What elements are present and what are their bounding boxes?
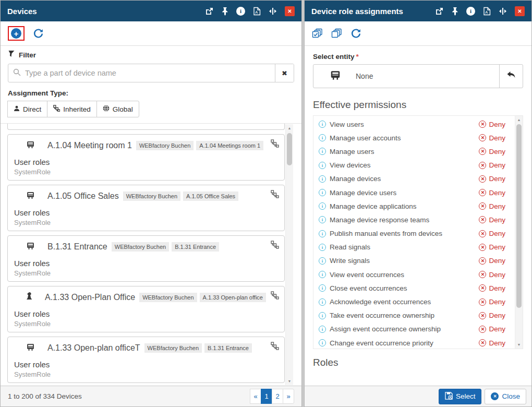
device-card[interactable]: A.1.04 Meeting room 1 WEBfactory BuchenA… — [7, 134, 285, 181]
info-icon[interactable]: i — [319, 244, 326, 251]
close-button[interactable]: ✕ Close — [485, 389, 526, 404]
hierarchy-icon[interactable] — [271, 291, 279, 302]
pdf-export-icon[interactable]: A — [253, 7, 261, 16]
device-cards: A.1.04 Meeting room 1 WEBfactory BuchenA… — [7, 134, 285, 383]
info-icon[interactable]: i — [319, 121, 326, 128]
device-card[interactable]: A.1.33 Open-Plan Office WEBfactory Buche… — [7, 286, 285, 332]
permission-status: ✕ Deny — [479, 257, 505, 265]
refresh-icon[interactable] — [350, 28, 361, 39]
permission-label: Assign event occurrence ownership — [330, 325, 441, 333]
page-button[interactable]: » — [283, 389, 294, 404]
undo-selection-button[interactable] — [499, 65, 523, 88]
split-columns-icon[interactable] — [499, 7, 507, 15]
assignment-type-button[interactable]: Global — [96, 101, 139, 117]
role-value: SystemRole — [14, 370, 278, 378]
devices-panel: Devices i A ✕ + Filter ✖ Assignment Type… — [0, 0, 302, 407]
assign-checked-icon[interactable] — [312, 28, 323, 39]
scroll-up-arrow[interactable]: ▲ — [286, 124, 293, 132]
device-tag: WEBfactory Buchen — [139, 293, 197, 302]
info-icon[interactable]: i — [319, 175, 326, 183]
filter-section-header[interactable]: Filter — [8, 51, 294, 59]
info-icon[interactable]: i — [319, 271, 326, 278]
info-icon[interactable]: i — [319, 298, 326, 306]
device-name: A.1.33 Open-Plan Office — [45, 293, 135, 302]
pagination: «12» — [250, 389, 294, 404]
scroll-up-arrow[interactable]: ▲ — [515, 116, 523, 124]
user-roles-label: User roles — [14, 360, 278, 369]
entity-selector-main[interactable]: None — [313, 65, 499, 88]
clear-search-button[interactable]: ✖ — [275, 64, 294, 82]
info-icon[interactable]: i — [319, 216, 326, 223]
info-icon[interactable]: i — [319, 312, 326, 319]
deny-label: Deny — [489, 312, 505, 319]
assignment-type-button[interactable]: Direct — [7, 101, 47, 117]
device-card[interactable]: A.1.33 Open-plan officeT WEBfactory Buch… — [7, 337, 285, 383]
popout-icon[interactable] — [205, 7, 214, 16]
scrollbar-thumb[interactable] — [516, 124, 522, 308]
search-icon — [13, 68, 21, 78]
hierarchy-icon[interactable] — [271, 342, 279, 352]
hierarchy-icon[interactable] — [271, 139, 279, 150]
assignment-type-button[interactable]: Inherited — [47, 101, 97, 117]
hierarchy-icon[interactable] — [271, 190, 279, 200]
info-icon[interactable]: i — [319, 257, 326, 265]
close-circle-icon: ✕ — [491, 392, 499, 400]
device-card-partial[interactable] — [7, 124, 285, 130]
permission-label: Manage user accounts — [330, 134, 401, 142]
info-icon[interactable]: i — [319, 339, 326, 346]
info-icon[interactable]: i — [236, 7, 245, 16]
permission-label: View users — [330, 121, 364, 128]
page-button[interactable]: 2 — [272, 389, 283, 404]
info-icon[interactable]: i — [319, 326, 326, 333]
info-icon[interactable]: i — [319, 189, 326, 196]
select-button[interactable]: Select — [439, 389, 482, 404]
split-columns-icon[interactable] — [269, 7, 277, 15]
close-icon[interactable]: ✕ — [285, 6, 295, 16]
permission-label: View event occurrences — [330, 271, 404, 279]
info-icon[interactable]: i — [466, 7, 475, 16]
info-icon[interactable]: i — [319, 134, 326, 141]
info-icon[interactable]: i — [319, 148, 326, 155]
pdf-export-icon[interactable]: A — [483, 7, 491, 16]
info-icon[interactable]: i — [319, 230, 326, 237]
pin-icon[interactable] — [452, 7, 458, 16]
device-icon — [26, 191, 35, 201]
add-device-button[interactable]: + — [11, 28, 21, 39]
permission-label: Manage device users — [330, 189, 396, 197]
scroll-down-arrow[interactable]: ▼ — [286, 377, 293, 385]
scroll-down-arrow[interactable]: ▼ — [515, 341, 523, 349]
permissions-scrollbar[interactable]: ▲ ▼ — [515, 116, 523, 349]
deny-icon: ✕ — [479, 121, 486, 128]
deny-label: Deny — [489, 175, 505, 183]
device-name: B.1.31 Entrance — [47, 242, 107, 252]
deny-label: Deny — [489, 134, 505, 142]
info-icon[interactable]: i — [319, 284, 326, 292]
info-icon[interactable]: i — [319, 202, 326, 210]
info-icon[interactable]: i — [319, 162, 326, 169]
role-toolbar — [305, 21, 531, 46]
page-button[interactable]: 1 — [261, 389, 272, 404]
device-card[interactable]: B.1.31 Entrance WEBfactory BuchenB.1.31 … — [7, 235, 285, 282]
deny-label: Deny — [489, 339, 505, 347]
panel-title: Device role assignments — [311, 7, 403, 16]
permission-status: ✕ Deny — [479, 161, 505, 169]
close-icon[interactable]: ✕ — [515, 6, 525, 16]
figure-icon — [26, 292, 32, 303]
hierarchy-icon[interactable] — [271, 241, 279, 251]
device-card[interactable]: A.1.05 Office Sales WEBfactory BuchenA.1… — [7, 185, 285, 231]
assignment-type-button-label: Inherited — [63, 105, 91, 113]
scrollbar-thumb[interactable] — [287, 133, 292, 165]
permission-status: ✕ Deny — [479, 243, 505, 251]
copy-icon[interactable] — [331, 28, 342, 39]
refresh-icon[interactable] — [33, 28, 44, 39]
deny-label: Deny — [489, 298, 505, 306]
device-list-scrollbar[interactable]: ▲ ▼ — [285, 124, 293, 385]
device-search-input[interactable] — [25, 69, 270, 77]
deny-icon: ✕ — [479, 134, 486, 141]
device-count-summary: 1 to 200 of 334 Devices — [8, 392, 82, 400]
deny-icon: ✕ — [479, 257, 486, 265]
pin-icon[interactable] — [222, 7, 228, 16]
popout-icon[interactable] — [435, 7, 444, 16]
page-button[interactable]: « — [250, 389, 261, 404]
entity-selector: None — [313, 64, 523, 88]
